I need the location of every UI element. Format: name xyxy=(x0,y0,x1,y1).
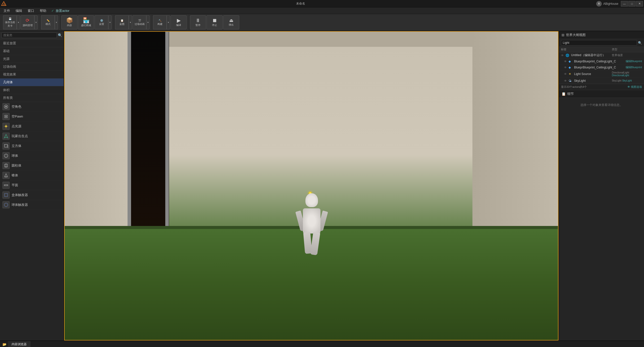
svg-marker-11 xyxy=(4,134,8,138)
pawn-icon xyxy=(3,113,10,120)
pause-label: 暂停 xyxy=(195,23,200,27)
row-label-bp2: BlueprBlueprint_CeilingLight_C xyxy=(574,66,626,69)
eye-icon-bp1[interactable]: 👁 xyxy=(564,60,569,63)
sphere-icon xyxy=(3,152,10,159)
eject-button[interactable]: ⏏ 弹出 xyxy=(223,15,239,29)
outliner-search-input[interactable] xyxy=(561,40,637,46)
outliner-row-bp1[interactable]: 👁 ◆ BlueprBlueprint_CeilingLight_C 编辑Blu… xyxy=(559,58,644,64)
row-type-sky: SkyLight SkyLight xyxy=(612,79,642,82)
build-button[interactable]: 🔨 构建 xyxy=(153,15,167,29)
details-empty-text: 选择一个对象来查看详细信息。 xyxy=(580,103,623,107)
category-geometry[interactable]: 几何体 xyxy=(0,79,64,86)
save-btn-group: 💾 保存当前关卡 ▾ xyxy=(3,15,20,29)
actor-player-start[interactable]: 玩家出生点 xyxy=(0,131,64,141)
menu-window[interactable]: 窗口 xyxy=(25,8,37,14)
save-dropdown[interactable]: ▾ xyxy=(17,15,20,29)
cinematics-button[interactable]: 🎬 过场动画 xyxy=(133,15,146,29)
actor-pawn[interactable]: 空Pawn xyxy=(0,112,64,122)
source-button[interactable]: ⟳ 源码管理 xyxy=(21,15,34,29)
pawn-label: 空Pawn xyxy=(12,114,23,119)
save-button[interactable]: 💾 保存当前关卡 xyxy=(3,15,17,29)
plane-icon xyxy=(3,182,10,189)
svg-rect-5 xyxy=(6,116,7,117)
category-basic[interactable]: 基础 xyxy=(0,47,64,55)
outliner-row-skylight[interactable]: 👁 🌤 SkyLight SkyLight SkyLight xyxy=(559,78,644,84)
blueprint-button[interactable]: 📋 蓝图 xyxy=(115,15,129,29)
outliner-header: 标签 类型 xyxy=(559,47,644,52)
app-icon: U xyxy=(0,0,8,8)
outliner-row-bp2[interactable]: 👁 ◆ BlueprBlueprint_CeilingLight_C 编辑Blu… xyxy=(559,64,644,70)
stop-button[interactable]: ⏹ 停止 xyxy=(207,15,223,29)
toolbar-group-blueprint: 📋 蓝图 ▾ 🎬 过场动画 ▾ xyxy=(114,15,151,30)
build-btn-group: 🔨 构建 ▾ xyxy=(153,15,170,29)
camera-label: 空角色 xyxy=(12,104,21,109)
actor-pointlight[interactable]: 点光源 xyxy=(0,122,64,131)
cinematics-dropdown[interactable]: ▾ xyxy=(146,15,150,29)
minimize-button[interactable]: — xyxy=(621,1,628,7)
eye-icon-bp2[interactable]: 👁 xyxy=(564,66,569,69)
actor-sphere-trigger[interactable]: 球体触发器 xyxy=(0,200,64,210)
actor-box-trigger[interactable]: 盒体触发器 xyxy=(0,190,64,200)
build-dropdown[interactable]: ▾ xyxy=(167,15,170,29)
mode-button[interactable]: ✏️ 模式 xyxy=(41,15,55,29)
svg-point-25 xyxy=(4,203,8,207)
pause-button[interactable]: ⏸ 暂停 xyxy=(190,15,206,29)
svg-point-16 xyxy=(5,154,7,158)
category-recent[interactable]: 最近放置 xyxy=(0,40,64,47)
right-panel: ⊞ 世界大纲视图 🔍 标签 类型 👁 🌐 Untitled（编辑器中运行） 世界… xyxy=(558,31,644,340)
stop-icon: ⏹ xyxy=(212,18,217,23)
content-button[interactable]: 📦 内容 xyxy=(61,15,77,29)
viewport[interactable] xyxy=(64,31,558,340)
category-visual[interactable]: 视觉效果 xyxy=(0,71,64,79)
cinematics-icon: 🎬 xyxy=(138,19,141,22)
category-lights[interactable]: 光源 xyxy=(0,55,64,63)
close-button[interactable]: ✕ xyxy=(636,1,643,7)
settings-button[interactable]: ⚙️ 设置 xyxy=(95,15,108,29)
details-body: 选择一个对象来查看详细信息。 xyxy=(559,98,644,112)
menu-file[interactable]: 文件 xyxy=(1,8,13,14)
col-type-header: 类型 xyxy=(612,48,642,51)
market-label: 虚幻商城 xyxy=(81,24,91,27)
edit-link-bp1[interactable]: 编辑Blueprint xyxy=(626,59,642,63)
market-button[interactable]: 🏪 虚幻商城 xyxy=(78,15,94,29)
camera-icon xyxy=(3,103,10,110)
cinematics-btn-group: 🎬 过场动画 ▾ xyxy=(133,15,150,29)
edit-link-bp2[interactable]: 编辑Blueprint xyxy=(626,65,642,69)
settings-dropdown[interactable]: ▾ xyxy=(108,15,112,29)
search-icon: 🔍 xyxy=(58,33,62,37)
source-dropdown[interactable]: ▾ xyxy=(34,15,38,29)
pause-icon: ⏸ xyxy=(195,18,200,23)
blueprint-label: 蓝图 xyxy=(119,22,125,26)
actor-camera[interactable]: 空角色 xyxy=(0,102,64,112)
category-volume[interactable]: 体积 xyxy=(0,86,64,94)
category-all[interactable]: 所有类 xyxy=(0,94,64,102)
mode-label: 模式 xyxy=(46,22,51,26)
play-button[interactable]: ▶ 编译 xyxy=(171,15,187,29)
cube-icon xyxy=(3,142,10,149)
actor-plane[interactable]: 平面 xyxy=(0,180,64,190)
mode-btn-group: ✏️ 模式 ▾ xyxy=(41,15,58,29)
menu-edit[interactable]: 编辑 xyxy=(13,8,25,14)
eye-icon-untitled[interactable]: 👁 xyxy=(561,54,566,57)
view-options-button[interactable]: 👁 视图选项 xyxy=(627,85,642,89)
search-input[interactable] xyxy=(2,32,57,38)
eye-icon-sky[interactable]: 👁 xyxy=(564,79,569,82)
mode-dropdown[interactable]: ▾ xyxy=(55,15,58,29)
category-cinematic[interactable]: 过场动画 xyxy=(0,63,64,71)
actor-cylinder[interactable]: 圆柱体 xyxy=(0,161,64,171)
char-head xyxy=(305,193,318,207)
titlebar: U 未命名 A ABigHouse — □ ✕ xyxy=(0,0,644,8)
actor-cone[interactable]: 锥体 xyxy=(0,171,64,180)
maximize-button[interactable]: □ xyxy=(628,1,635,7)
blueprint-dropdown[interactable]: ▾ xyxy=(129,15,132,29)
menu-help[interactable]: 帮助 xyxy=(37,8,49,14)
actor-sphere[interactable]: 球体 xyxy=(0,151,64,161)
boxtrigger-label: 盒体触发器 xyxy=(12,193,28,197)
actor-cube[interactable]: 立方体 xyxy=(0,141,64,151)
outliner-row-lightsource[interactable]: 👁 ☀ Light Source DirectionalLight Direct… xyxy=(559,70,644,78)
toolbar: 💾 保存当前关卡 ▾ ⟳ 源码管理 ▾ ✏️ 模式 ▾ 📦 内容 🏪 xyxy=(0,14,644,31)
svg-marker-13 xyxy=(7,144,8,148)
eye-icon-ls[interactable]: 👁 xyxy=(564,72,569,75)
outliner-row-untitled[interactable]: 👁 🌐 Untitled（编辑器中运行） 世界场景 xyxy=(559,52,644,58)
content-browser-tab[interactable]: 内容浏览器 xyxy=(8,341,30,347)
